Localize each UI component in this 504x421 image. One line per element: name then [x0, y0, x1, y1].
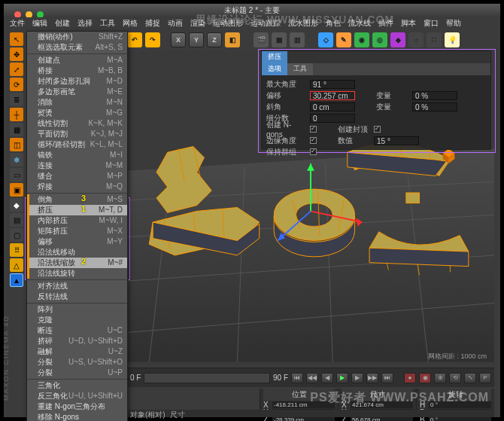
live-selection-icon[interactable]: ↖: [10, 32, 23, 46]
menu-动画[interactable]: 动画: [168, 18, 183, 29]
attr-checkbox[interactable]: [310, 137, 317, 144]
menu-item[interactable]: 阵列: [27, 304, 127, 315]
xray-icon[interactable]: ◫: [10, 138, 23, 151]
workplane-icon[interactable]: ▭: [10, 168, 23, 182]
menu-item[interactable]: 沿法线缩放M~#2: [27, 258, 127, 268]
render-icon[interactable]: ▦: [272, 32, 287, 47]
menu-item[interactable]: 桥接M~B, B: [27, 66, 127, 76]
menu-item[interactable]: 框选选取元素Alt+S, S: [27, 42, 127, 53]
axis-y-button[interactable]: Y: [189, 32, 204, 47]
tab-options[interactable]: 选项: [262, 63, 287, 75]
prev-key-icon[interactable]: ◀◀: [306, 373, 318, 383]
menu-创建[interactable]: 创建: [55, 18, 70, 29]
tab-tool[interactable]: 工具: [287, 63, 313, 75]
attr-value[interactable]: 0 cm: [310, 102, 355, 111]
menu-脚本[interactable]: 脚本: [401, 18, 416, 29]
prev-frame-icon[interactable]: ◀: [321, 373, 333, 383]
key-pos-icon[interactable]: ⊕: [434, 373, 446, 383]
attr-value[interactable]: 30.257 cm: [310, 91, 355, 100]
menu-item[interactable]: 对齐法线: [27, 281, 127, 291]
scale-icon[interactable]: ⤢: [10, 63, 23, 76]
redo-icon[interactable]: ↷: [145, 32, 160, 47]
menu-item[interactable]: 熨烫M~G: [27, 108, 127, 118]
main-menu[interactable]: 文件编辑创建选择工具网格捕捉动画渲染运动图形运动跟踪流水图形角色流水线插件脚本窗…: [4, 17, 500, 29]
pen-icon[interactable]: ✎: [336, 32, 351, 47]
points-mode-icon[interactable]: ⠿: [10, 243, 23, 257]
primitive-cube-icon[interactable]: ◇: [318, 32, 333, 47]
menu-捕捉[interactable]: 捕捉: [145, 18, 160, 29]
menu-item[interactable]: 焊接M~Q: [27, 182, 127, 192]
generator-icon[interactable]: ◉: [354, 32, 369, 47]
menu-运动跟踪[interactable]: 运动跟踪: [250, 18, 281, 29]
generator2-icon[interactable]: ◎: [372, 32, 387, 47]
menu-item[interactable]: 循环/路径切割K~L, M~L: [27, 139, 127, 150]
menu-item[interactable]: 线性切割K~K, M~K: [27, 118, 127, 129]
rotate-icon[interactable]: ⟳: [10, 78, 23, 91]
menu-流水图形[interactable]: 流水图形: [288, 18, 318, 29]
menu-item[interactable]: 断连U~C: [27, 325, 127, 336]
menu-item[interactable]: 分裂U~S, U~Shift+O: [27, 357, 127, 368]
attr-checkbox[interactable]: [374, 126, 381, 133]
menu-item[interactable]: 重建 N-gon三角分布: [27, 401, 127, 412]
attr-value[interactable]: 0 %: [412, 102, 457, 111]
autokey-icon[interactable]: ◉: [419, 373, 431, 383]
rot-h[interactable]: 0 °: [429, 401, 491, 408]
menu-选择[interactable]: 选择: [77, 18, 93, 29]
menu-item[interactable]: 沿法线移动: [27, 247, 127, 258]
goto-end-icon[interactable]: ⏭: [381, 373, 393, 383]
attr-checkbox[interactable]: [310, 148, 317, 155]
menu-item[interactable]: 缝合M~P: [27, 171, 127, 182]
tab-extrude[interactable]: 挤压: [262, 51, 287, 63]
key-scale-icon[interactable]: ⤡: [464, 373, 476, 383]
key-rot-icon[interactable]: ⟲: [449, 373, 461, 383]
polygons-mode-icon[interactable]: ▲: [10, 273, 23, 287]
menu-item[interactable]: 创建点M~A: [27, 55, 127, 66]
axis-icon[interactable]: ┼: [10, 108, 23, 121]
menu-item[interactable]: 沿法线旋转: [27, 268, 127, 279]
menu-item[interactable]: 多边形画笔M~E: [27, 87, 127, 97]
texture-mode-icon[interactable]: ▤: [10, 213, 23, 227]
mesh-context-menu[interactable]: 撤销(动作)Shift+Z框选选取元素Alt+S, S创建点M~A桥接M~B, …: [26, 31, 128, 421]
menu-item[interactable]: 融解U~Z: [27, 346, 127, 357]
menu-item[interactable]: 镜铁M~I: [27, 150, 127, 160]
animation-mode-icon[interactable]: ▢: [10, 228, 23, 242]
move-icon[interactable]: ✥: [10, 47, 23, 61]
picture-viewer-icon[interactable]: ▥: [290, 32, 305, 47]
undo-icon[interactable]: ↶: [127, 32, 142, 47]
light-icon[interactable]: 💡: [445, 32, 460, 47]
timeline[interactable]: 0 F 90 F ⏮ ◀◀ ◀ ▶ ▶ ▶▶ ⏭ ● ◉ ⊕ ⟲ ⤡ P: [127, 368, 494, 387]
cube-icon[interactable]: ◧: [225, 32, 240, 47]
menu-item[interactable]: 矩阵挤压M~X: [27, 226, 127, 236]
camera-icon[interactable]: ∷: [427, 32, 442, 47]
menu-流水线[interactable]: 流水线: [348, 18, 371, 29]
pos-x[interactable]: -418.211 cm: [272, 401, 335, 408]
menu-渲染[interactable]: 渲染: [190, 18, 205, 29]
menu-item[interactable]: 倒角M~S3: [27, 194, 127, 205]
menu-插件[interactable]: 插件: [378, 18, 393, 29]
axis-x-button[interactable]: X: [171, 32, 186, 47]
menu-item[interactable]: 内部挤压M~W, I: [27, 215, 127, 226]
menu-文件[interactable]: 文件: [10, 18, 25, 29]
snap-icon[interactable]: ❄: [10, 153, 23, 166]
record-icon[interactable]: ●: [404, 373, 416, 383]
menu-item[interactable]: 克隆: [27, 315, 127, 325]
make-editable-icon[interactable]: ▣: [10, 183, 23, 197]
menu-item[interactable]: 消除M~N: [27, 97, 127, 108]
history-icon[interactable]: ≣: [10, 93, 23, 106]
menu-item[interactable]: 挤压M~T, D1: [27, 205, 127, 215]
menu-运动图形[interactable]: 运动图形: [213, 18, 243, 29]
goto-start-icon[interactable]: ⏮: [291, 373, 303, 383]
menu-item[interactable]: 平面切割K~J, M~J: [27, 129, 127, 139]
axis-z-button[interactable]: Z: [207, 32, 222, 47]
menu-item[interactable]: 三角化: [27, 380, 127, 391]
size-x[interactable]: 421.674 cm: [351, 401, 413, 408]
attr-value[interactable]: 15 °: [374, 136, 419, 145]
play-icon[interactable]: ▶: [336, 373, 348, 383]
attr-value[interactable]: 0 %: [412, 91, 457, 100]
deformer-icon[interactable]: ◆: [390, 32, 405, 47]
edges-mode-icon[interactable]: △: [10, 258, 23, 272]
menu-item[interactable]: 封闭多边形孔洞M~D: [27, 76, 127, 87]
menu-编辑[interactable]: 编辑: [32, 18, 47, 29]
menu-item[interactable]: 分裂U~P: [27, 368, 127, 378]
key-param-icon[interactable]: P: [479, 373, 491, 383]
